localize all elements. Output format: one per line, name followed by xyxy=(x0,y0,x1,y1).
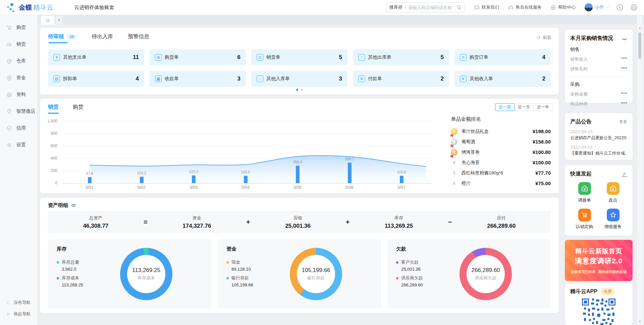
todo-card[interactable]: ¥ 付款单 2 xyxy=(353,71,449,87)
back-icon[interactable] xyxy=(616,3,624,11)
search-icon[interactable] xyxy=(456,5,462,10)
sidebar-item[interactable]: 销货 xyxy=(0,36,37,53)
page-dot-1[interactable] xyxy=(296,89,298,91)
todo-card[interactable]: ≡ 购货订单 4 xyxy=(454,49,551,65)
x-tick: 5/01 xyxy=(79,185,100,190)
todo-card[interactable]: ▤ 拆卸单 4 xyxy=(48,71,144,87)
bar-value-label: 122.2 xyxy=(183,170,204,174)
todo-card[interactable]: ↑ 其他出库单 5 xyxy=(353,49,449,65)
sidebar-item[interactable]: 智慧微店 xyxy=(0,103,37,120)
scrollbar-down-arrow[interactable]: ▼ xyxy=(637,320,643,323)
ms-value: *** xyxy=(621,66,627,72)
product-name: 夹心海苔 xyxy=(462,160,480,166)
refresh-button[interactable]: 刷新 xyxy=(536,35,551,41)
rank-medal: 1 xyxy=(451,128,458,135)
todo-card[interactable]: ⊕ 购货单 6 xyxy=(150,49,246,65)
announcement-item[interactable]: 2022-04-13 云进销存产品更新公告_20220... xyxy=(570,129,627,141)
donut-chart: 266,289.60 供应商欠款 xyxy=(460,248,512,300)
topbar-link[interactable]: 帮助中心 xyxy=(550,4,576,10)
operator-plus: + xyxy=(246,218,250,226)
sidebar-item[interactable]: 设置 xyxy=(0,137,37,153)
donut-center-label: 供应商欠款 xyxy=(475,275,497,281)
sales-plot: 97.8103.2122.2120.5280.4330.7119.6 xyxy=(62,121,433,183)
todo-card[interactable]: ▦ 收款单 3 xyxy=(150,71,246,87)
edit-pencil-icon[interactable] xyxy=(622,171,627,177)
tab-dropdown-caret[interactable]: ▼ xyxy=(56,16,62,24)
sidebar-item[interactable]: 仓库 xyxy=(0,53,37,69)
app-title: 精斗云APP xyxy=(570,288,597,295)
legend-label: 库存成本 xyxy=(62,275,79,281)
app-panel: 精斗云APP 免费 xyxy=(565,283,633,325)
quick-launch-label: 以销定购 xyxy=(576,224,593,230)
y-axis-labels: 1,0008006004002000 xyxy=(40,121,59,183)
power-icon[interactable] xyxy=(630,3,638,11)
tab-alerts[interactable]: 预警信息 xyxy=(128,33,149,43)
topbar: 金蝶精斗云 云进销存体验账套 搜库存 联系我们 售后在线服务 帮助中心 xyxy=(0,0,644,15)
home-tab[interactable] xyxy=(41,16,54,24)
scrollbar-up-arrow[interactable]: ▲ xyxy=(637,26,643,30)
sidebar-footer-toggle[interactable]: ☾ 深色导航 xyxy=(0,297,37,308)
legend-dot xyxy=(396,277,398,279)
tab-pending-approval[interactable]: 待审核 49 xyxy=(48,33,77,43)
ranking-item[interactable]: 2 葡萄酒 ¥158.00 xyxy=(451,138,551,146)
todo-tabs: 待审核 49 待出入库 预警信息 xyxy=(48,33,149,43)
ranking-item[interactable]: 1 果汁饮品礼盒 ¥198.00 xyxy=(451,127,551,136)
sidebar-item[interactable]: 信用 xyxy=(0,120,37,137)
tab-sales[interactable]: 销货 xyxy=(48,104,59,114)
todo-card[interactable]: ¥ 其他支出单 11 xyxy=(48,49,144,65)
todo-card-count: 4 xyxy=(136,75,139,82)
quick-launch-item[interactable]: 增值服务 xyxy=(604,209,622,230)
topbar-link[interactable]: 售后在线服务 xyxy=(508,4,542,10)
todo-card[interactable]: ↓ 其他入库单 3 xyxy=(251,71,347,87)
tab-purchase[interactable]: 购货 xyxy=(73,104,84,114)
quick-launch-item[interactable]: 盘点 xyxy=(607,182,620,203)
announcement-item[interactable]: 2022-04-13 【重要通知】精斗云工作台域... xyxy=(570,145,627,156)
announcement-date: 2022-04-13 xyxy=(570,145,627,150)
inventory-search[interactable]: 搜库存 xyxy=(386,2,465,12)
donut-center-label: 银行存款 xyxy=(307,275,325,281)
search-category[interactable]: 搜库存 xyxy=(389,4,402,10)
filter-month[interactable]: 近一月 xyxy=(514,103,534,111)
topbar-link[interactable]: 联系我们 xyxy=(474,4,499,10)
brand-logo-icon[interactable] xyxy=(6,2,16,12)
todo-card[interactable]: ⊙ 销货单 5 xyxy=(251,49,347,65)
sidebar-item[interactable]: 购货 xyxy=(0,19,37,36)
todo-card-label: 销货单 xyxy=(266,54,280,60)
todo-card-grid: ¥ 其他支出单 11 ⊕ 购货单 6 ⊙ 销货单 5 ↑ 其他出库单 5 ≡ xyxy=(48,49,551,87)
window-tabstrip: ▼ xyxy=(38,15,644,24)
todo-panel: 待审核 49 待出入库 预警信息 刷新 ¥ 其他支出单 11 ⊕ 购货单 6 ⊙ xyxy=(40,28,559,95)
page-scrollbar[interactable]: ▲ ▼ xyxy=(637,15,643,325)
ranking-item[interactable]: 3 烤海苔卷 ¥100.80 xyxy=(451,148,551,156)
survey-banner[interactable]: 精斗云新版首页 满意度调研2.0 全新首页已到来 期待收到您的反馈 xyxy=(565,240,633,281)
ranking-item[interactable]: 5 西红柿意粉酱190g*6 ¥77.70 xyxy=(451,169,551,177)
eye-icon[interactable] xyxy=(71,203,76,208)
brand-name[interactable]: 金蝶精斗云 xyxy=(19,3,53,12)
scrollbar-thumb[interactable] xyxy=(638,33,641,59)
todo-card[interactable]: ¥ 其他收入单 2 xyxy=(454,71,551,87)
quick-launch-label: 调拨单 xyxy=(578,197,591,203)
ranking-item[interactable]: 6 橙汁 ¥75.00 xyxy=(451,179,551,187)
formula-value: 25,001.36 xyxy=(285,223,311,229)
sidebar-item[interactable]: 资料 xyxy=(0,86,37,103)
user-menu[interactable]: 小乔 xyxy=(584,3,610,12)
quick-launch-panel: 快速发起 调拨单 盘点 以销定购 增值服务 xyxy=(565,165,633,236)
filter-week[interactable]: 近一周 xyxy=(495,103,515,111)
sidebar-footer-toggle[interactable]: 收起导航 xyxy=(0,308,37,320)
legend-value: 69,128.10 xyxy=(231,267,253,272)
bar xyxy=(296,166,300,183)
quick-launch-item[interactable]: 以销定购 xyxy=(576,209,593,230)
search-input[interactable] xyxy=(408,5,456,10)
sidebar-item[interactable]: 资金 xyxy=(0,69,37,86)
todo-card-icon: ↓ xyxy=(257,75,263,82)
filter-year[interactable]: 近一年 xyxy=(533,103,553,111)
bar-value-label: 97.8 xyxy=(79,171,100,175)
donut-center: 266,289.60 供应商欠款 xyxy=(460,248,512,300)
announcement-text: 【重要通知】精斗云工作台域... xyxy=(570,151,627,156)
ranking-item[interactable]: 4 夹心海苔 ¥100.00 xyxy=(451,158,551,167)
tab-pending-inout[interactable]: 待出入库 xyxy=(92,33,113,43)
product-name: 烤海苔卷 xyxy=(462,149,480,155)
more-link[interactable]: 更多 xyxy=(619,119,627,125)
page-dot-2[interactable] xyxy=(301,89,303,91)
eye-closed-icon[interactable] xyxy=(622,36,627,41)
quick-launch-item[interactable]: 调拨单 xyxy=(578,182,591,203)
